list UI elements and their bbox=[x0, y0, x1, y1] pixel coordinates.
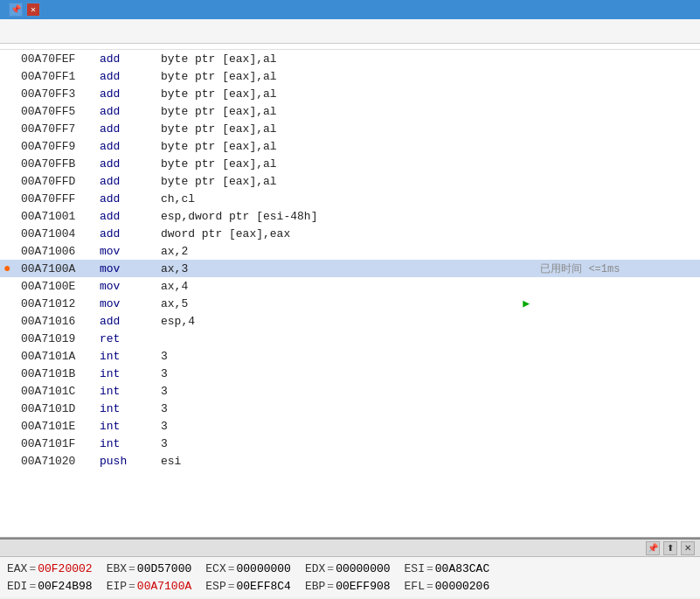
table-row[interactable]: 00A7101Fint3 bbox=[0, 435, 700, 452]
reg-value: 00EFF8C4 bbox=[237, 578, 291, 596]
address-cell: 00A7101D bbox=[17, 400, 96, 417]
table-row[interactable]: 00A71004adddword ptr [eax],eax bbox=[0, 225, 700, 242]
arrow-cell bbox=[0, 242, 17, 260]
address-cell: 00A70FF1 bbox=[17, 67, 96, 85]
annotation-cell bbox=[537, 452, 700, 470]
table-row[interactable]: 00A7101Aint3 bbox=[0, 347, 700, 365]
green-arrow-cell bbox=[519, 277, 537, 295]
reg-value: 00000000 bbox=[237, 561, 291, 578]
table-row[interactable]: 00A71012movax,5▶ bbox=[0, 295, 700, 312]
green-arrow-cell bbox=[519, 400, 537, 417]
annotation-cell bbox=[537, 417, 700, 435]
arrow-cell bbox=[0, 67, 17, 85]
operands-cell: 3 bbox=[157, 400, 519, 417]
annotation-cell bbox=[537, 365, 700, 382]
operands-cell: esp,dword ptr [esi-48h] bbox=[157, 207, 519, 225]
table-row[interactable]: 00A70FFBaddbyte ptr [eax],al bbox=[0, 155, 700, 172]
reg-pin-btn[interactable]: 📌 bbox=[646, 541, 660, 555]
table-row[interactable]: 00A70FF3addbyte ptr [eax],al bbox=[0, 85, 700, 102]
register-item: EBX = 00D57000 bbox=[107, 561, 192, 578]
annotation-cell bbox=[537, 277, 700, 295]
table-row[interactable]: 00A71001addesp,dword ptr [esi-48h] bbox=[0, 207, 700, 225]
annotation-cell bbox=[537, 172, 700, 190]
table-row[interactable]: 00A70FEFaddbyte ptr [eax],al bbox=[0, 50, 700, 67]
operands-cell: ax,2 bbox=[157, 242, 519, 260]
green-arrow-cell bbox=[519, 452, 537, 470]
arrow-cell bbox=[0, 312, 17, 330]
table-row[interactable]: 00A7101Eint3 bbox=[0, 417, 700, 435]
reg-sep: = bbox=[29, 561, 36, 578]
green-arrow-cell bbox=[519, 120, 537, 137]
address-cell: 00A71006 bbox=[17, 242, 96, 260]
green-arrow-cell bbox=[519, 225, 537, 242]
mnemonic-cell: int bbox=[96, 435, 157, 452]
pin-button[interactable]: 📌 bbox=[9, 3, 23, 17]
reg-sep: = bbox=[228, 561, 235, 578]
arrow-cell bbox=[0, 207, 17, 225]
operands-cell: byte ptr [eax],al bbox=[157, 137, 519, 155]
registers-title-bar: 📌 ⬆ ✕ bbox=[0, 540, 700, 557]
reg-value: 00D57000 bbox=[137, 561, 191, 578]
table-row[interactable]: 00A71016addesp,4 bbox=[0, 312, 700, 330]
operands-cell: byte ptr [eax],al bbox=[157, 172, 519, 190]
table-row[interactable]: 00A70FF9addbyte ptr [eax],al bbox=[0, 137, 700, 155]
mnemonic-cell: add bbox=[96, 137, 157, 155]
reg-value: 00000206 bbox=[435, 578, 489, 596]
table-row[interactable]: 00A7100Emovax,4 bbox=[0, 277, 700, 295]
arrow-cell bbox=[0, 277, 17, 295]
mnemonic-cell: mov bbox=[96, 295, 157, 312]
annotation-cell bbox=[537, 435, 700, 452]
address-cell: 00A70FFF bbox=[17, 190, 96, 207]
mnemonic-cell: mov bbox=[96, 277, 157, 295]
reg-value: 00A7100A bbox=[137, 578, 191, 596]
arrow-cell bbox=[0, 417, 17, 435]
annotation-cell bbox=[537, 155, 700, 172]
address-cell: 00A71019 bbox=[17, 330, 96, 347]
green-arrow-cell bbox=[519, 190, 537, 207]
green-arrow-cell bbox=[519, 102, 537, 120]
reg-close-btn[interactable]: ✕ bbox=[681, 541, 695, 555]
operands-cell: byte ptr [eax],al bbox=[157, 155, 519, 172]
mnemonic-cell: add bbox=[96, 50, 157, 67]
annotation-cell bbox=[537, 85, 700, 102]
table-row[interactable]: 00A7101Cint3 bbox=[0, 382, 700, 400]
address-cell: 00A70FF5 bbox=[17, 102, 96, 120]
disasm-area: 00A70FEFaddbyte ptr [eax],al00A70FF1addb… bbox=[0, 44, 700, 538]
table-row[interactable]: 00A70FF1addbyte ptr [eax],al bbox=[0, 67, 700, 85]
arrow-cell bbox=[0, 85, 17, 102]
operands-cell: ch,cl bbox=[157, 190, 519, 207]
table-row[interactable]: 00A71019ret bbox=[0, 330, 700, 347]
arrow-cell bbox=[0, 347, 17, 365]
table-row[interactable]: ●00A7100Amovax,3已用时间 <=1ms bbox=[0, 260, 700, 277]
operands-cell bbox=[157, 330, 519, 347]
register-item: ESI = 00A83CAC bbox=[405, 561, 490, 578]
table-row[interactable]: 00A70FFDaddbyte ptr [eax],al bbox=[0, 172, 700, 190]
reg-line1: EAX = 00F20002EBX = 00D57000ECX = 000000… bbox=[7, 561, 693, 578]
reg-name: EFL bbox=[405, 578, 425, 596]
view-options[interactable] bbox=[0, 44, 700, 50]
reg-value: 00EFF908 bbox=[336, 578, 390, 596]
close-button[interactable]: ✕ bbox=[26, 3, 40, 17]
table-row[interactable]: 00A70FF7addbyte ptr [eax],al bbox=[0, 120, 700, 137]
table-row[interactable]: 00A70FF5addbyte ptr [eax],al bbox=[0, 102, 700, 120]
mnemonic-cell: add bbox=[96, 312, 157, 330]
arrow-cell bbox=[0, 225, 17, 242]
registers-bar: 📌 ⬆ ✕ EAX = 00F20002EBX = 00D57000ECX = … bbox=[0, 538, 700, 597]
green-arrow-icon: ▶ bbox=[523, 297, 530, 310]
mnemonic-cell: push bbox=[96, 452, 157, 470]
table-row[interactable]: 00A71020pushesi bbox=[0, 452, 700, 470]
reg-value: 00F20002 bbox=[38, 561, 92, 578]
table-row[interactable]: 00A7101Bint3 bbox=[0, 365, 700, 382]
mnemonic-cell: add bbox=[96, 85, 157, 102]
table-row[interactable]: 00A7101Dint3 bbox=[0, 400, 700, 417]
address-cell: 00A7101E bbox=[17, 417, 96, 435]
arrow-cell bbox=[0, 137, 17, 155]
reg-float-btn[interactable]: ⬆ bbox=[663, 541, 677, 555]
green-arrow-cell bbox=[519, 260, 537, 277]
table-row[interactable]: 00A70FFFaddch,cl bbox=[0, 190, 700, 207]
green-arrow-cell bbox=[519, 155, 537, 172]
operands-cell: esi bbox=[157, 452, 519, 470]
disasm-table: 00A70FEFaddbyte ptr [eax],al00A70FF1addb… bbox=[0, 50, 700, 470]
mnemonic-cell: ret bbox=[96, 330, 157, 347]
table-row[interactable]: 00A71006movax,2 bbox=[0, 242, 700, 260]
